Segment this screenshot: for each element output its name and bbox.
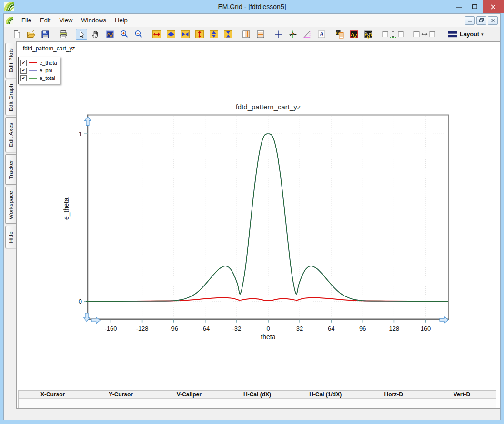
sidebar-tab-label: Workspace: [8, 191, 14, 219]
x-tick-label: -64: [201, 325, 210, 332]
toolbar-separator: [146, 29, 150, 39]
x-tick-label: 96: [359, 325, 366, 332]
document-area: fdtd_pattern_cart_yz ✔e_theta✔e_phi✔e_to…: [16, 41, 500, 409]
layout-label: Layout: [460, 31, 479, 38]
mdi-restore-button[interactable]: [476, 16, 486, 25]
save-file-button[interactable]: [40, 29, 51, 40]
print-button[interactable]: [58, 29, 69, 40]
plot-legend: ✔e_theta✔e_phi✔e_total: [18, 57, 60, 84]
stretch-x-button[interactable]: [165, 29, 177, 40]
close-icon: [491, 4, 496, 10]
window-maximize-button[interactable]: [467, 0, 483, 13]
menu-edit[interactable]: Edit: [36, 14, 55, 26]
content-area: Edit PlotsEdit GraphEdit AxesTrackerWork…: [4, 41, 500, 409]
sidebar-tab-hide[interactable]: Hide: [5, 226, 16, 248]
measure-value: [223, 399, 291, 408]
menu-bar: FileEditViewWindowsHelp: [4, 14, 500, 27]
legend-checkbox-e_theta[interactable]: ✔: [20, 60, 27, 66]
zoom-window-button[interactable]: [104, 29, 116, 40]
pan-right-arrow-icon: [91, 317, 100, 324]
sidebar-tab-label: Edit Plots: [8, 48, 14, 73]
window-title: EM.Grid - [fdtdlesson5]: [0, 3, 504, 10]
horizontal-grid-icon: [256, 30, 265, 39]
curve-e_phi[interactable]: [86, 134, 448, 301]
mdi-minimize-button[interactable]: [465, 16, 475, 25]
legend-line-sample: [29, 62, 37, 63]
legend-checkbox-e_phi[interactable]: ✔: [20, 68, 27, 74]
window-close-button[interactable]: [483, 0, 504, 13]
measure-value: [292, 399, 360, 408]
y-tick-label: 1: [79, 130, 82, 138]
measure-header: Horz-D: [360, 391, 428, 398]
sidebar-tab-edit-plots[interactable]: Edit Plots: [5, 43, 16, 78]
pan-tool-button[interactable]: [90, 29, 101, 40]
save-file-icon: [40, 30, 50, 39]
legend-item-e_phi: ✔e_phi: [20, 67, 57, 74]
crosshair-tool-icon: [274, 30, 283, 39]
zoom-in-button[interactable]: [119, 29, 130, 40]
zoom-out-button[interactable]: [133, 29, 144, 40]
window-minimize-button[interactable]: [451, 0, 467, 13]
x-tick-label: 32: [296, 325, 303, 332]
new-file-button[interactable]: [11, 29, 22, 40]
minimize-icon: [456, 5, 462, 9]
sidebar-tab-edit-axes[interactable]: Edit Axes: [5, 117, 16, 152]
match-y-axes-icon: [382, 30, 404, 39]
pan-right-arrow-icon: [440, 317, 448, 323]
tracker-tool-button[interactable]: [287, 29, 299, 40]
horizontal-grid-button[interactable]: [255, 29, 266, 40]
show-all-curves-button[interactable]: [363, 29, 374, 40]
caliper-tool-button[interactable]: [302, 29, 313, 40]
chart-title: fdtd_pattern_cart_yz: [236, 103, 301, 111]
menu-items: FileEditViewWindowsHelp: [17, 14, 132, 26]
vertical-grid-button[interactable]: [241, 29, 252, 40]
open-file-button[interactable]: [25, 29, 37, 40]
menu-file[interactable]: File: [17, 14, 36, 26]
menu-help[interactable]: Help: [111, 14, 132, 26]
select-tool-button[interactable]: [76, 29, 87, 40]
vertical-grid-icon: [242, 30, 251, 39]
mdi-close-button[interactable]: [488, 16, 498, 25]
show-single-curve-icon: [349, 30, 359, 39]
menu-windows[interactable]: Windows: [77, 14, 111, 26]
sidebar-tab-label: Edit Axes: [8, 123, 14, 147]
measure-header: Y-Cursor: [87, 391, 155, 398]
curve-e_total[interactable]: [86, 134, 448, 301]
sidebar-tab-workspace[interactable]: Workspace: [5, 187, 16, 224]
caliper-tool-icon: [302, 30, 312, 39]
text-tool-button[interactable]: A: [316, 29, 327, 40]
show-single-curve-button[interactable]: [348, 29, 360, 40]
measure-values: [19, 399, 496, 408]
maximize-icon: [472, 4, 477, 9]
sidebar-tab-label: Hide: [8, 231, 14, 243]
toolbar-separator: [268, 29, 272, 39]
chart-canvas[interactable]: 01-160-128-96-64-320326496128160fdtd_pat…: [17, 42, 500, 408]
x-tick-label: 0: [266, 325, 270, 332]
compress-x-icon: [181, 30, 190, 39]
layout-menu-button[interactable]: Layout▾: [446, 30, 485, 39]
legend-checkbox-e_total[interactable]: ✔: [20, 75, 27, 81]
match-y-axes-button[interactable]: [381, 29, 405, 40]
show-all-curves-icon: [363, 30, 373, 39]
window-controls: [451, 0, 504, 13]
compress-x-button[interactable]: [180, 29, 191, 40]
match-x-axes-button[interactable]: [412, 29, 437, 40]
crosshair-tool-button[interactable]: [273, 29, 284, 40]
curve-report-button[interactable]: [334, 29, 345, 40]
new-file-icon: [12, 30, 21, 39]
compress-y-button[interactable]: [222, 29, 234, 40]
app-logo-icon: [4, 2, 14, 11]
expand-y-button[interactable]: [194, 29, 205, 40]
stretch-y-button[interactable]: [208, 29, 220, 40]
expand-x-button[interactable]: [151, 29, 162, 40]
document-logo-icon: [6, 17, 13, 24]
stretch-x-icon: [166, 30, 176, 39]
menu-view[interactable]: View: [55, 14, 77, 26]
title-bar: EM.Grid - [fdtdlesson5]: [0, 0, 504, 13]
sidebar-tab-tracker[interactable]: Tracker: [5, 154, 16, 185]
status-bar: [4, 409, 500, 420]
legend-label: e_theta: [40, 60, 57, 66]
sidebar-tab-edit-graph[interactable]: Edit Graph: [5, 80, 16, 115]
plot-tab[interactable]: fdtd_pattern_cart_yz: [18, 43, 80, 54]
legend-line-sample: [29, 78, 37, 79]
